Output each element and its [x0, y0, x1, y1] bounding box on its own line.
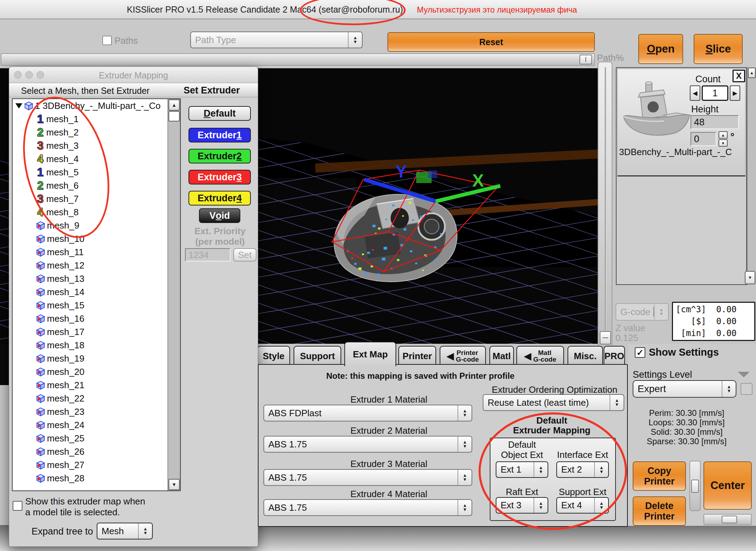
tree-item-mesh_23[interactable]: mesh_23 — [13, 405, 180, 418]
path-percent-slider-handle[interactable] — [579, 55, 592, 64]
tree-item-mesh_11[interactable]: mesh_11 — [13, 245, 180, 259]
extruder-2-button[interactable]: Extruder 2 — [188, 149, 251, 163]
void-button[interactable]: Void — [199, 208, 240, 223]
prev-icon[interactable]: ◀ — [447, 351, 454, 362]
slice-button[interactable]: Slice — [694, 34, 743, 64]
tab-ext-map[interactable]: Ext Map — [344, 342, 396, 366]
open-button[interactable]: Open — [638, 34, 683, 64]
stepper-icon[interactable]: ▲▼ — [610, 395, 624, 410]
settings-level-dropdown[interactable]: Expert ▲▼ — [633, 380, 736, 398]
tree-item-mesh_18[interactable]: mesh_18 — [13, 339, 180, 352]
tree-item-mesh_17[interactable]: mesh_17 — [13, 325, 180, 339]
tree-item-mesh_5[interactable]: 1mesh_5 — [13, 166, 180, 179]
expand-tree-dropdown[interactable]: Mesh ▲▼ — [97, 523, 153, 539]
extruder-1-button[interactable]: Extruder 1 — [188, 128, 251, 142]
tab-printer[interactable]: Printer — [398, 346, 436, 365]
spin-down-icon[interactable]: ▼ — [719, 139, 728, 147]
extruder-3-button[interactable]: Extruder 3 — [188, 170, 251, 184]
tree-item-mesh_2[interactable]: 2mesh_2 — [13, 126, 180, 139]
path-type-dropdown[interactable]: Path Type ▲▼ — [190, 32, 363, 48]
stepper-icon[interactable]: ▲▼ — [534, 498, 548, 513]
spin-up-icon[interactable]: ▲ — [719, 131, 728, 139]
tab-support[interactable]: Support — [294, 346, 341, 365]
path-percent-slider[interactable] — [1, 53, 595, 66]
stepper-icon[interactable]: ▲▼ — [458, 470, 472, 485]
bottom-scrollbar[interactable] — [703, 514, 752, 525]
tree-item-mesh_3[interactable]: 3mesh_3 — [13, 139, 180, 152]
tree-collapse-icon[interactable] — [15, 103, 22, 109]
scroll-down-icon[interactable]: ▼ — [169, 479, 180, 490]
stepper-icon[interactable]: ▲▼ — [594, 462, 608, 477]
tree-item-mesh_4[interactable]: 4mesh_4 — [13, 152, 180, 166]
stepper-icon[interactable]: ▲▼ — [722, 381, 736, 397]
mesh-tree[interactable]: 1 3DBenchy_-_Multi-part_-_Co1mesh_12mesh… — [12, 98, 181, 491]
z-value-slider[interactable] — [598, 62, 612, 347]
extruder-mapping-window[interactable]: Extruder Mapping Select a Mesh, then Set… — [9, 67, 258, 547]
tree-item-mesh_28[interactable]: mesh_28 — [13, 472, 180, 485]
default-button[interactable]: Default — [188, 106, 251, 121]
extruder-3-material-dropdown[interactable]: ABS 1.75 ▲▼ — [263, 469, 472, 486]
interface-ext-dropdown[interactable]: Ext 2 ▲▼ — [556, 461, 609, 478]
tree-item-mesh_14[interactable]: mesh_14 — [13, 285, 180, 299]
count-value[interactable]: 1 — [702, 85, 728, 101]
center-button[interactable]: Center — [703, 461, 752, 510]
stepper-icon[interactable]: ▲▼ — [594, 498, 608, 513]
ordering-dropdown[interactable]: Reuse Latest (least time) ▲▼ — [483, 394, 624, 411]
stepper-icon[interactable]: ▲▼ — [138, 523, 152, 539]
delete-printer-button[interactable]: Delete Printer — [633, 496, 686, 526]
count-increment-icon[interactable]: ▶ — [730, 85, 740, 101]
rotation-input[interactable]: 0 — [690, 132, 716, 146]
tree-item-mesh_20[interactable]: mesh_20 — [13, 365, 180, 378]
model-tile[interactable]: Count X ◀ 1 ▶ Height 48 0 ▲ ▼ ° 3DBenchy… — [617, 69, 745, 176]
tree-item-mesh_24[interactable]: mesh_24 — [13, 418, 180, 432]
tree-item-mesh_26[interactable]: mesh_26 — [13, 445, 180, 458]
paths-checkbox[interactable] — [102, 36, 112, 45]
stepper-icon[interactable]: ▲▼ — [458, 500, 472, 515]
models-scroll-down-icon[interactable]: ▼ — [745, 271, 755, 284]
ext-priority-set-button[interactable]: Set — [233, 248, 256, 261]
collapse-icon[interactable] — [738, 372, 750, 377]
panel-resize-handle[interactable] — [691, 480, 699, 493]
show-settings-checkbox[interactable]: ✓ — [635, 347, 645, 358]
bottom-scrollbar-handle[interactable] — [722, 516, 737, 523]
tab-style[interactable]: Style — [257, 346, 290, 365]
tree-scrollbar[interactable]: ▲ ▼ — [167, 99, 180, 490]
tree-item-mesh_27[interactable]: mesh_27 — [13, 458, 180, 472]
tree-item-mesh_7[interactable]: 3mesh_7 — [13, 192, 180, 205]
height-input[interactable]: 48 — [690, 115, 739, 129]
tree-scrollbar-thumb[interactable] — [169, 111, 180, 121]
stepper-icon[interactable]: ▲▼ — [458, 437, 472, 452]
support-ext-dropdown[interactable]: Ext 4 ▲▼ — [556, 497, 609, 514]
models-scroll-up-icon[interactable]: ▲ — [748, 68, 756, 78]
extruder-2-material-dropdown[interactable]: ABS 1.75 ▲▼ — [263, 436, 472, 453]
tree-item-mesh_13[interactable]: mesh_13 — [13, 272, 180, 285]
tree-item-mesh_10[interactable]: mesh_10 — [13, 232, 180, 245]
tab-matl[interactable]: Matl — [489, 346, 514, 365]
prev-icon[interactable]: ◀ — [524, 351, 531, 362]
tree-item-mesh_1[interactable]: 1mesh_1 — [13, 112, 180, 126]
tab-printer-g-code[interactable]: ◀ PrinterG-code — [440, 346, 486, 365]
stepper-icon[interactable]: ▲▼ — [534, 462, 548, 477]
raft-ext-dropdown[interactable]: Ext 3 ▲▼ — [496, 497, 548, 514]
tree-item-mesh_16[interactable]: mesh_16 — [13, 312, 180, 325]
settings-lock-checkbox[interactable] — [741, 383, 752, 395]
panel-resize-slider[interactable] — [689, 461, 701, 511]
stepper-icon[interactable]: ▲▼ — [654, 304, 668, 320]
tree-item-mesh_6[interactable]: 2mesh_6 — [13, 179, 180, 192]
rotation-spinner[interactable]: ▲ ▼ — [719, 131, 728, 147]
extruder-mapping-titlebar[interactable]: Extruder Mapping — [9, 67, 258, 83]
models-scrollbar[interactable]: ▲ — [747, 67, 756, 285]
tree-item-mesh_9[interactable]: mesh_9 — [13, 219, 180, 232]
tree-item-root[interactable]: 1 3DBenchy_-_Multi-part_-_Co — [13, 99, 180, 112]
ext-priority-input[interactable]: 1234 — [185, 248, 231, 261]
tree-item-mesh_8[interactable]: 4mesh_8 — [13, 205, 180, 219]
stepper-icon[interactable]: ▲▼ — [348, 32, 362, 48]
tab-misc[interactable]: Misc. — [568, 346, 603, 365]
tab-pro[interactable]: PRO — [604, 346, 625, 365]
extruder-1-material-dropdown[interactable]: ABS FDPlast ▲▼ — [263, 405, 472, 421]
tile-close-button[interactable]: X — [733, 70, 745, 82]
tab-matl-g-code[interactable]: ◀ MatlG-code — [516, 346, 564, 365]
show-map-checkbox[interactable] — [13, 501, 22, 511]
object-ext-dropdown[interactable]: Ext 1 ▲▼ — [496, 461, 548, 478]
tree-item-mesh_12[interactable]: mesh_12 — [13, 259, 180, 272]
